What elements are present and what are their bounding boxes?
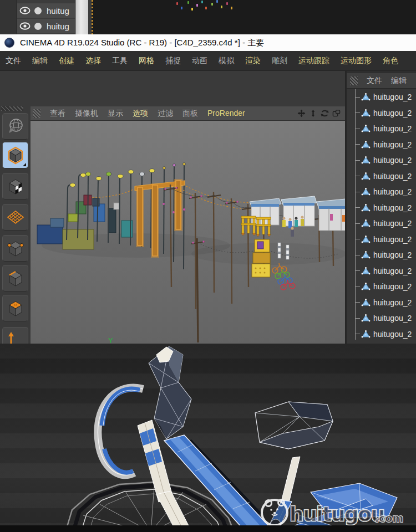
bottom-edge-strip — [0, 525, 416, 532]
polygon-object-icon — [361, 187, 371, 196]
render-speck — [231, 7, 232, 9]
menu-item[interactable]: 渲染 — [245, 56, 261, 66]
object-row[interactable]: huitug — [17, 3, 75, 18]
object-manager-panel: 文件 编辑 huitugou_2 — [347, 73, 416, 344]
object-row[interactable]: huitugou_2 — [347, 200, 416, 216]
cinema4d-window: { "window": { "title": "CINEMA 4D R19.02… — [0, 0, 416, 532]
object-row[interactable]: huitugou_2 — [347, 247, 416, 263]
object-row[interactable]: huitugou_2 — [347, 89, 416, 105]
viewport-menu-item[interactable]: 面板 — [182, 109, 198, 119]
object-label: huitugou_2 — [373, 298, 412, 307]
rotate-view-icon[interactable] — [321, 109, 329, 117]
texture-mode-button[interactable] — [2, 173, 28, 200]
menu-item[interactable]: 选择 — [85, 56, 101, 66]
enable-axis-button[interactable] — [2, 327, 28, 344]
polygon-object-icon — [361, 140, 371, 149]
menu-item[interactable]: 工具 — [112, 56, 128, 66]
object-label: huitugou_2 — [373, 282, 412, 291]
object-label: huitugou_2 — [373, 187, 412, 196]
viewport-menu-item[interactable]: 选项 — [133, 109, 148, 119]
render-speck — [221, 6, 222, 8]
object-row[interactable]: huitugou_2 — [347, 121, 416, 137]
viewport-menu-item[interactable]: 查看 — [50, 109, 65, 119]
object-row[interactable]: huitug — [17, 19, 75, 33]
panel-grip[interactable] — [350, 76, 358, 85]
zoom-view-icon[interactable] — [309, 109, 317, 117]
object-tree[interactable]: huitugou_2 huitugou_2 — [347, 89, 416, 344]
pan-view-icon[interactable] — [297, 109, 306, 117]
menu-item[interactable]: 编辑 — [32, 56, 48, 66]
tree-connector — [355, 318, 360, 319]
object-row[interactable]: huitugou_2 — [347, 279, 416, 295]
render-speck — [191, 8, 193, 11]
menu-item[interactable]: 创建 — [59, 56, 74, 66]
polygon-object-icon — [361, 250, 371, 259]
viewport-menu-bar: 查看 摄像机 显示 选项 过滤 面板 ProRender — [31, 106, 345, 121]
bike-stack — [272, 263, 295, 290]
object-label: huitugou_2 — [373, 156, 412, 165]
menu-item[interactable]: 雕刻 — [272, 56, 287, 66]
model-mode-button[interactable] — [2, 142, 28, 168]
make-editable-icon — [7, 117, 24, 135]
viewport-menu-item[interactable]: ProRender — [207, 109, 245, 119]
menu-item[interactable]: 模拟 — [219, 56, 234, 66]
menu-item[interactable]: 文件 — [6, 56, 21, 66]
menu-item[interactable]: 运动跟踪 — [298, 56, 329, 66]
object-row[interactable]: huitugou_2 — [347, 152, 416, 168]
viewport-menu-item[interactable]: 摄像机 — [75, 109, 98, 119]
texture-mode-icon — [7, 177, 24, 195]
scrollbar[interactable] — [75, 0, 88, 34]
object-label: huitug — [47, 22, 69, 31]
object-row[interactable]: huitugou_2 — [347, 137, 416, 153]
workplane-icon — [7, 210, 24, 224]
object-row[interactable]: huitugou_2 — [347, 168, 416, 185]
panel-menu-item[interactable]: 编辑 — [391, 76, 407, 86]
tree-connector — [355, 160, 360, 161]
render-speck — [196, 4, 198, 7]
object-manager-menu: 文件 编辑 — [347, 73, 416, 89]
points-mode-button[interactable] — [2, 235, 28, 262]
panel-menu-item[interactable]: 文件 — [367, 76, 382, 86]
object-row[interactable]: huitugou_2 — [347, 310, 416, 326]
polygons-mode-button[interactable] — [2, 295, 28, 321]
title-bar[interactable]: CINEMA 4D R19.024 Studio (RC - R19) - [C… — [0, 34, 416, 51]
object-row[interactable]: huitugou_2 — [347, 263, 416, 279]
menu-item[interactable]: 角色 — [383, 56, 398, 66]
palette-grip[interactable] — [1, 106, 23, 111]
menu-item[interactable]: 捕捉 — [165, 56, 181, 66]
menu-bar: 文件 编辑 创建 选择 工具 网格 捕捉 动画 模拟 渲染 雕刻 运动跟踪 运动… — [0, 51, 416, 71]
viewport-grip[interactable] — [33, 109, 40, 118]
object-label: huitugou_2 — [373, 140, 412, 149]
object-row[interactable]: huitugou_2 — [347, 232, 416, 248]
viewport-menu-item[interactable]: 过滤 — [158, 109, 173, 119]
eye-icon[interactable] — [19, 22, 31, 30]
object-row[interactable]: huitugou_2 — [347, 295, 416, 311]
workplane-mode-button[interactable] — [2, 204, 28, 231]
object-row[interactable]: huitugou_2 — [347, 216, 416, 232]
polygon-object-icon — [361, 219, 371, 228]
object-row[interactable]: huitugou_2 — [347, 184, 416, 200]
tree-connector — [355, 176, 360, 176]
toggle-views-icon[interactable] — [332, 109, 341, 117]
menu-item[interactable]: 动画 — [192, 56, 207, 66]
render-speck — [226, 2, 228, 5]
object-row[interactable]: huitugou_2 — [347, 326, 416, 342]
viewport-menu-item[interactable]: 显示 — [108, 109, 123, 119]
make-editable-button[interactable] — [2, 113, 28, 140]
axis-icon — [7, 331, 24, 344]
object-row[interactable]: huitugou_2 — [347, 105, 416, 121]
eye-icon[interactable] — [19, 7, 31, 14]
menu-item[interactable]: 网格 — [139, 56, 154, 66]
edges-mode-button[interactable] — [2, 265, 28, 291]
object-tree-rows: huitugou_2 huitugou_2 — [347, 89, 416, 342]
tree-connector — [355, 239, 360, 239]
viewport-canvas[interactable]: Y — [31, 121, 345, 344]
visibility-dot-icon[interactable] — [34, 7, 42, 14]
object-label: huitugou_2 — [373, 250, 412, 259]
render-speck — [205, 7, 207, 9]
menu-item[interactable]: 运动图形 — [341, 56, 372, 66]
tree-connector — [355, 223, 360, 224]
truck — [252, 239, 270, 277]
visibility-dot-icon[interactable] — [34, 23, 42, 30]
watermark: huitugou .com — [262, 500, 403, 526]
